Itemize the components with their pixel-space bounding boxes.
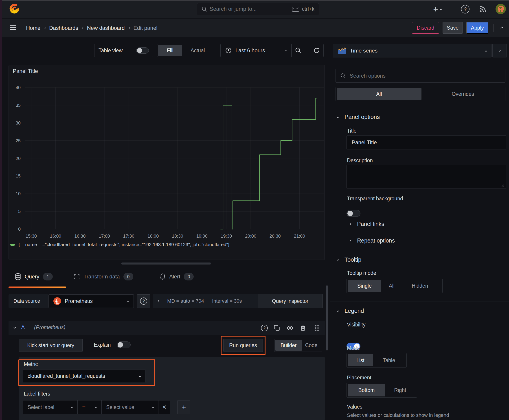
table-view-toggle[interactable] [136, 47, 149, 54]
run-queries-button[interactable]: Run queries [223, 339, 263, 352]
panel-title[interactable]: Panel Title [13, 68, 38, 74]
plus-icon: + [433, 5, 438, 14]
kick-start-query-button[interactable]: Kick start your query [19, 339, 83, 352]
zoom-out-button[interactable] [291, 44, 305, 57]
select-value-placeholder: Select value [106, 404, 134, 410]
expand-options-icon[interactable] [157, 300, 160, 302]
tooltip-mode-single[interactable]: Single [348, 280, 381, 292]
topnav-divider [454, 5, 454, 14]
legend-mode-list[interactable]: List [348, 354, 373, 366]
select-value-dropdown[interactable]: Select value [101, 400, 159, 414]
menu-toggle-icon[interactable] [10, 23, 16, 31]
main-scrollbar[interactable] [326, 285, 328, 351]
svg-text:19:00: 19:00 [196, 233, 208, 239]
resize-drag-handle[interactable] [121, 262, 211, 264]
repeat-options-header[interactable]: Repeat options [349, 237, 395, 244]
panel-title-input[interactable] [347, 135, 506, 150]
search-input[interactable] [210, 5, 277, 14]
refresh-button[interactable] [310, 44, 324, 57]
description-textarea[interactable] [347, 165, 506, 188]
query-ref-id[interactable]: A [21, 324, 25, 331]
clock-icon [225, 47, 232, 54]
save-button[interactable]: Save [443, 22, 463, 34]
collapse-query-icon[interactable] [14, 326, 16, 329]
fill-option[interactable]: Fill [158, 45, 182, 56]
legend-placement-right[interactable]: Right [385, 384, 415, 397]
discard-button[interactable]: Discard [412, 22, 439, 34]
svg-text:10: 10 [16, 191, 21, 196]
top-nav: ctrl+k + ? [0, 0, 509, 18]
legend-placement-switch: Bottom Right [347, 383, 417, 398]
remove-filter-button[interactable]: ✕ [158, 400, 170, 414]
tab-query[interactable]: Query 1 [15, 273, 53, 280]
copy-icon [274, 325, 280, 331]
operator-dropdown[interactable]: = [77, 400, 102, 414]
query-datasource-hint: (Prometheus) [34, 324, 65, 330]
time-range-label: Last 6 hours [236, 47, 265, 54]
legend-mode-table[interactable]: Table [373, 354, 405, 366]
builder-code-switch: Builder Code [274, 339, 322, 352]
query-help-button[interactable]: ? [260, 324, 268, 332]
legend-placement-label: Placement [347, 375, 372, 381]
tab-transform-label: Transform data [84, 273, 120, 280]
keyboard-icon [292, 7, 299, 12]
search-options-box[interactable] [335, 69, 505, 82]
panel-options-header[interactable]: Panel options [337, 113, 380, 120]
visualization-picker[interactable]: Time series [333, 44, 492, 57]
breadcrumb-new-dashboard[interactable]: New dashboard [87, 25, 125, 31]
tabs-divider [0, 290, 330, 290]
tooltip-mode-all[interactable]: All [381, 280, 402, 292]
toggle-viz-suggestions-button[interactable] [492, 44, 507, 57]
legend-placement-bottom[interactable]: Bottom [348, 384, 385, 397]
tab-all[interactable]: All [337, 88, 421, 100]
svg-text:16:30: 16:30 [74, 233, 85, 239]
time-range-button[interactable]: Last 6 hours [220, 44, 291, 57]
global-search[interactable]: ctrl+k [197, 3, 319, 15]
breadcrumb-home[interactable]: Home [26, 25, 40, 31]
create-menu[interactable]: + [433, 3, 442, 15]
tooltip-header[interactable]: Tooltip [337, 256, 361, 263]
data-source-picker[interactable]: Prometheus [48, 294, 134, 308]
series-label: {__name__="cloudflared_tunnel_total_requ… [18, 242, 230, 247]
panel-links-header[interactable]: Panel links [349, 221, 384, 227]
svg-text:25: 25 [16, 138, 21, 143]
tooltip-mode-hidden[interactable]: Hidden [402, 280, 438, 292]
tab-alert[interactable]: Alert 0 [160, 273, 194, 280]
help-button[interactable]: ? [460, 4, 471, 14]
grafana-logo-icon[interactable] [9, 4, 20, 14]
duplicate-query-button[interactable] [273, 324, 281, 332]
collapse-options-button[interactable] [497, 24, 506, 32]
actions-divider [493, 24, 494, 32]
news-button[interactable] [478, 4, 488, 14]
query-inspector-button[interactable]: Query inspector [258, 294, 323, 308]
resize-handle-icon[interactable] [501, 184, 504, 187]
tab-overrides[interactable]: Overrides [421, 88, 504, 100]
add-filter-button[interactable]: + [177, 400, 190, 414]
svg-text:21:00: 21:00 [294, 233, 305, 239]
drag-query-handle[interactable] [313, 324, 321, 332]
toggle-query-visibility-button[interactable] [286, 324, 294, 332]
time-range-picker: Last 6 hours [220, 44, 305, 57]
search-options-input[interactable] [350, 73, 484, 79]
datasource-help-button[interactable]: ? [137, 294, 150, 308]
svg-text:15:30: 15:30 [26, 233, 37, 239]
delete-query-button[interactable] [299, 324, 307, 332]
tab-query-label: Query [25, 273, 39, 280]
legend-header[interactable]: Legend [337, 307, 364, 314]
svg-text:20:30: 20:30 [270, 233, 281, 239]
actual-option[interactable]: Actual [182, 45, 213, 56]
metric-select[interactable]: cloudflared_tunnel_total_requests [23, 369, 145, 383]
legend-item[interactable]: {__name__="cloudflared_tunnel_total_requ… [10, 242, 230, 247]
tab-transform-data[interactable]: Transform data 0 [74, 273, 133, 280]
query-row-header[interactable]: A (Prometheus) ? [8, 321, 325, 335]
user-avatar[interactable] [495, 4, 506, 14]
breadcrumb-dashboards[interactable]: Dashboards [49, 25, 78, 31]
select-label-dropdown[interactable]: Select label [23, 400, 78, 414]
builder-option[interactable]: Builder [275, 340, 302, 351]
code-option[interactable]: Code [302, 340, 321, 351]
breadcrumb-separator-icon [82, 27, 84, 29]
search-icon [340, 73, 346, 79]
chevron-right-icon [349, 240, 351, 242]
explain-toggle[interactable] [117, 341, 131, 348]
apply-button[interactable]: Apply [466, 22, 488, 34]
